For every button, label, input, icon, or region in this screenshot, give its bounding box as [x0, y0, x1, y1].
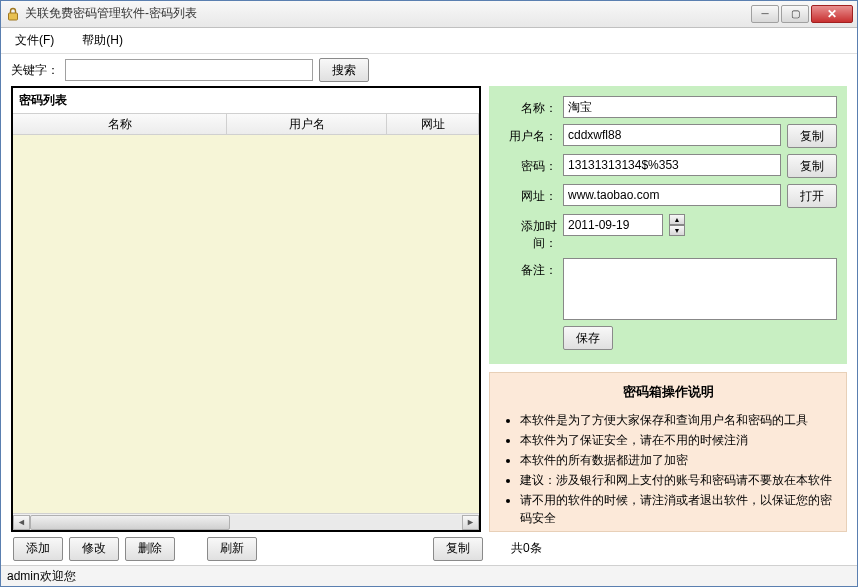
copy-button[interactable]: 复制 [433, 537, 483, 561]
svg-rect-0 [9, 13, 18, 20]
spinner-up-icon[interactable]: ▲ [669, 214, 685, 225]
minimize-button[interactable]: ─ [751, 5, 779, 23]
edit-button[interactable]: 修改 [69, 537, 119, 561]
left-panel: 密码列表 名称 用户名 网址 ◄ ► [11, 86, 481, 532]
instruction-item: 建议：涉及银行和网上支付的账号和密码请不要放在本软件 [520, 471, 834, 489]
column-headers: 名称 用户名 网址 [13, 113, 479, 135]
bottom-bar: 添加 修改 删除 刷新 复制 共0条 [1, 536, 857, 565]
user-input[interactable] [563, 124, 781, 146]
count-label: 共0条 [507, 538, 546, 559]
scroll-right-icon[interactable]: ► [462, 515, 479, 530]
user-label: 用户名： [499, 124, 557, 145]
titlebar: 关联免费密码管理软件-密码列表 ─ ▢ ✕ [1, 1, 857, 28]
scroll-track[interactable] [30, 515, 462, 530]
col-name[interactable]: 名称 [13, 114, 227, 134]
instruction-item: 请不用的软件的时候，请注消或者退出软件，以保证您的密码安全 [520, 491, 834, 527]
date-label: 添加时间： [499, 214, 557, 252]
url-input[interactable] [563, 184, 781, 206]
keyword-label: 关键字： [11, 62, 59, 79]
name-label: 名称： [499, 96, 557, 117]
url-label: 网址： [499, 184, 557, 205]
date-spinner[interactable]: ▲ ▼ [669, 214, 685, 236]
copy-user-button[interactable]: 复制 [787, 124, 837, 148]
save-button[interactable]: 保存 [563, 326, 613, 350]
menubar: 文件(F) 帮助(H) [1, 28, 857, 55]
detail-form: 名称： 用户名： 复制 密码： 复制 网址： 打开 [489, 86, 847, 364]
window-title: 关联免费密码管理软件-密码列表 [25, 5, 751, 22]
right-panel: 名称： 用户名： 复制 密码： 复制 网址： 打开 [489, 86, 847, 532]
password-list: 密码列表 名称 用户名 网址 ◄ ► [11, 86, 481, 532]
lock-icon [5, 6, 21, 22]
close-button[interactable]: ✕ [811, 5, 853, 23]
instruction-item: 本软件是为了方便大家保存和查询用户名和密码的工具 [520, 411, 834, 429]
delete-button[interactable]: 删除 [125, 537, 175, 561]
open-url-button[interactable]: 打开 [787, 184, 837, 208]
instructions-panel: 密码箱操作说明 本软件是为了方便大家保存和查询用户名和密码的工具 本软件为了保证… [489, 372, 847, 532]
refresh-button[interactable]: 刷新 [207, 537, 257, 561]
col-url[interactable]: 网址 [387, 114, 479, 134]
main-content: 密码列表 名称 用户名 网址 ◄ ► 名称： [1, 86, 857, 536]
maximize-button[interactable]: ▢ [781, 5, 809, 23]
list-body[interactable] [13, 135, 479, 513]
search-bar: 关键字： 搜索 [1, 54, 857, 86]
name-input[interactable] [563, 96, 837, 118]
add-button[interactable]: 添加 [13, 537, 63, 561]
menu-file[interactable]: 文件(F) [9, 28, 60, 53]
scroll-left-icon[interactable]: ◄ [13, 515, 30, 530]
note-textarea[interactable] [563, 258, 837, 320]
instructions-list: 本软件是为了方便大家保存和查询用户名和密码的工具 本软件为了保证安全，请在不用的… [502, 411, 834, 527]
list-title: 密码列表 [13, 88, 479, 113]
status-text: admin欢迎您 [7, 568, 76, 585]
horizontal-scrollbar[interactable]: ◄ ► [13, 513, 479, 530]
search-button[interactable]: 搜索 [319, 58, 369, 82]
instruction-item: 本软件为了保证安全，请在不用的时候注消 [520, 431, 834, 449]
copy-password-button[interactable]: 复制 [787, 154, 837, 178]
scroll-thumb[interactable] [30, 515, 230, 530]
instruction-item: 本软件的所有数据都进加了加密 [520, 451, 834, 469]
instructions-title: 密码箱操作说明 [502, 383, 834, 401]
keyword-input[interactable] [65, 59, 313, 81]
app-window: 关联免费密码管理软件-密码列表 ─ ▢ ✕ 文件(F) 帮助(H) 关键字： 搜… [0, 0, 858, 587]
password-input[interactable] [563, 154, 781, 176]
date-input[interactable]: 2011-09-19 [563, 214, 663, 236]
menu-help[interactable]: 帮助(H) [76, 28, 129, 53]
spinner-down-icon[interactable]: ▼ [669, 225, 685, 236]
window-controls: ─ ▢ ✕ [751, 5, 853, 23]
note-label: 备注： [499, 258, 557, 279]
status-bar: admin欢迎您 [1, 565, 857, 586]
col-user[interactable]: 用户名 [227, 114, 387, 134]
password-label: 密码： [499, 154, 557, 175]
